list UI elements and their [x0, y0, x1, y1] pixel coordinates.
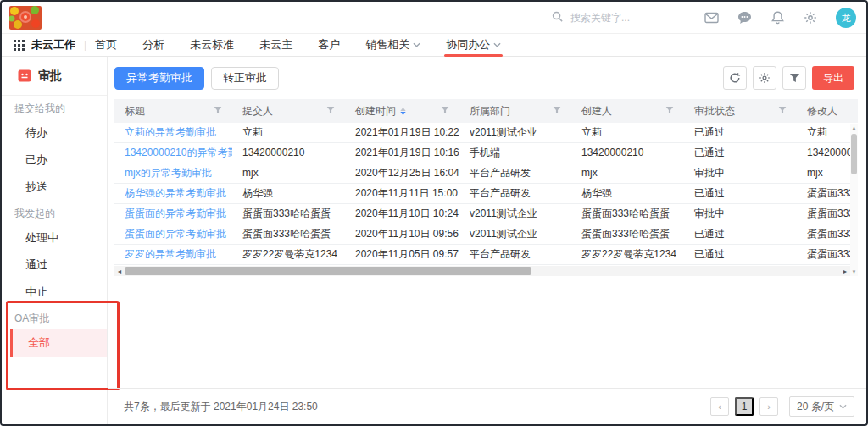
row-title-link[interactable]: mjx的异常考勤审批 [114, 163, 232, 183]
table-row[interactable]: 立莉的异常考勤审批立莉2021年01月19日 10:22v2011测试企业立莉已… [114, 123, 858, 143]
table-row[interactable]: 罗罗的异常考勤审批罗罗22罗曼蒂克12342020年11月05日 09:57平台… [114, 245, 858, 265]
scroll-up-icon[interactable]: ▲ [850, 124, 858, 132]
filter-icon[interactable] [214, 105, 222, 117]
column-header[interactable]: 创建时间 [345, 99, 459, 123]
row-title-link[interactable]: 13420000210的异常考勤审批 [114, 143, 232, 163]
bell-icon[interactable] [770, 10, 785, 25]
sidebar-header: 审批 [2, 57, 107, 96]
logo-image[interactable] [9, 6, 42, 30]
vertical-scroll-thumb[interactable] [851, 134, 857, 174]
approvals-table: 标题提交人创建时间所属部门创建人审批状态修改人 立莉的异常考勤审批立莉2021年… [114, 99, 858, 276]
sidebar-item[interactable]: 处理中 [2, 224, 107, 252]
gear-icon[interactable] [803, 10, 818, 25]
table-row[interactable]: mjx的异常考勤审批mjx2020年12月25日 16:04平台产品研发mjx审… [114, 163, 858, 184]
filter-icon[interactable] [441, 105, 449, 117]
column-header[interactable]: 创建人 [571, 99, 684, 123]
table-cell: v2011测试企业 [459, 204, 571, 224]
nav-item[interactable]: 首页 [95, 34, 117, 57]
table-row[interactable]: 杨华强的异常考勤审批杨华强2020年11月11日 15:00平台产品研发杨华强已… [114, 184, 858, 204]
column-label: 创建人 [581, 104, 612, 119]
nav-item[interactable]: 未云主 [259, 34, 292, 57]
filter-icon[interactable] [553, 105, 561, 117]
table-row[interactable]: 13420000210的异常考勤审批134200002102021年01月19日… [114, 143, 858, 163]
toolbar: 异常考勤审批转正审批 导出 [108, 57, 866, 94]
footer-bar: 共7条，最后更新于 2021年01月24日 23:50 ‹ 1 › 20 条/页 [108, 388, 866, 424]
table-row[interactable]: 蛋蛋面的异常考勤审批蛋蛋面333哈哈蛋蛋2020年11月10日 09:56v20… [114, 224, 858, 245]
table-row[interactable]: 蛋蛋面的异常考勤审批蛋蛋面333哈哈蛋蛋2020年11月10日 10:24v20… [114, 204, 858, 224]
table-cell: 2021年01月19日 10:16 [345, 143, 459, 163]
table-body: 立莉的异常考勤审批立莉2021年01月19日 10:22v2011测试企业立莉已… [114, 123, 858, 265]
nav-item[interactable]: 分析 [142, 34, 164, 57]
nav-item[interactable]: 协同办公 [446, 34, 501, 57]
app-window: 搜索关键字... 龙 未云工作 | 首页分析未云标准未云主客户销售相关协同办公 [0, 0, 868, 426]
user-avatar[interactable]: 龙 [836, 8, 856, 28]
settings-button[interactable] [753, 66, 776, 90]
table-cell: 蛋蛋面333哈哈 [797, 224, 858, 244]
nav-item[interactable]: 未云标准 [190, 34, 234, 57]
column-label: 所属部门 [470, 104, 510, 119]
page-size-select[interactable]: 20 条/页 [789, 396, 854, 417]
filter-icon[interactable] [778, 105, 787, 117]
column-label: 创建时间 [355, 104, 396, 119]
sidebar-item[interactable]: 中止 [2, 279, 107, 306]
nav-item[interactable]: 销售相关 [365, 34, 420, 57]
scroll-down-icon[interactable]: ▼ [850, 268, 858, 276]
column-label: 标题 [125, 104, 145, 119]
sidebar-item[interactable]: 抄送 [2, 174, 107, 201]
table-cell: mjx [232, 163, 345, 183]
row-title-link[interactable]: 蛋蛋面的异常考勤审批 [114, 224, 232, 244]
horizontal-scrollbar[interactable]: ◄ ► [114, 266, 850, 276]
horizontal-scroll-thumb[interactable] [125, 267, 531, 275]
column-header[interactable]: 审批状态 [684, 99, 797, 123]
row-title-link[interactable]: 罗罗的异常考勤审批 [114, 245, 232, 264]
tab[interactable]: 转正审批 [211, 67, 279, 90]
table-cell: 蛋蛋面333哈哈蛋蛋 [571, 224, 684, 244]
filter-icon[interactable] [665, 105, 674, 117]
column-header[interactable]: 修改人 [797, 99, 858, 123]
sidebar-item[interactable]: 已办 [2, 147, 107, 174]
scroll-left-icon[interactable]: ◄ [114, 266, 125, 276]
workspace-title[interactable]: 未云工作 [31, 37, 75, 53]
vertical-scrollbar[interactable]: ▲ ▼ [850, 124, 858, 276]
table-cell: 立莉 [232, 123, 345, 142]
app-grid-icon[interactable] [14, 40, 25, 51]
table-cell: 2021年01月19日 10:22 [345, 123, 459, 142]
sidebar-item[interactable]: 通过 [2, 252, 107, 279]
row-title-link[interactable]: 蛋蛋面的异常考勤审批 [114, 204, 232, 224]
column-header[interactable]: 提交人 [232, 99, 345, 123]
table-cell: 2020年11月10日 10:24 [345, 204, 459, 224]
table-cell: 2020年11月05日 09:57 [345, 245, 459, 264]
view-tabs: 异常考勤审批转正审批 [114, 67, 286, 90]
search-icon [551, 10, 564, 25]
column-header[interactable]: 标题 [114, 99, 232, 123]
table-cell: v2011测试企业 [459, 123, 571, 142]
chevron-down-icon [493, 42, 501, 47]
tab[interactable]: 异常考勤审批 [114, 67, 204, 90]
column-header[interactable]: 所属部门 [459, 99, 571, 123]
global-search[interactable]: 搜索关键字... [551, 2, 630, 34]
table-cell: 手机端 [459, 143, 571, 163]
nav-item[interactable]: 客户 [318, 34, 340, 57]
current-page-button[interactable]: 1 [735, 397, 754, 416]
prev-page-button[interactable]: ‹ [710, 397, 729, 416]
sidebar-groups: 提交给我的待办已办抄送我发起的处理中通过中止OA审批全部 [2, 96, 107, 357]
filter-icon[interactable] [326, 105, 335, 117]
nav-divider: | [84, 39, 86, 51]
row-title-link[interactable]: 立莉的异常考勤审批 [114, 123, 232, 142]
sort-icon[interactable] [400, 108, 406, 115]
mail-icon[interactable] [704, 10, 719, 25]
scroll-right-icon[interactable]: ► [840, 266, 850, 276]
sidebar-item[interactable]: 全部 [10, 329, 107, 357]
table-cell: 平台产品研发 [459, 245, 571, 264]
chat-icon[interactable] [737, 10, 752, 25]
sidebar-item[interactable]: 待办 [2, 119, 107, 147]
empty-space [108, 276, 866, 388]
filter-button[interactable] [782, 66, 806, 90]
table-cell: 已通过 [684, 123, 797, 142]
table-cell: 13420000210 [232, 143, 345, 163]
row-title-link[interactable]: 杨华强的异常考勤审批 [114, 184, 232, 203]
refresh-button[interactable] [723, 66, 747, 90]
nav-item-label: 销售相关 [365, 37, 409, 53]
next-page-button[interactable]: › [760, 397, 778, 416]
export-button[interactable]: 导出 [812, 66, 854, 90]
